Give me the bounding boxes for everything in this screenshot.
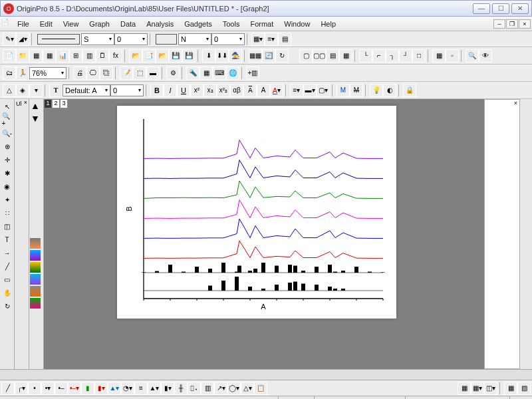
scatter-icon[interactable]: •: [28, 382, 41, 395]
3d-icon[interactable]: ▲▾: [148, 382, 161, 395]
graph-window[interactable]: AB: [117, 106, 396, 319]
axis-bt-icon[interactable]: ┐: [386, 49, 399, 63]
save-icon[interactable]: 💾: [169, 49, 182, 63]
template-plot-icon[interactable]: 📋: [254, 382, 267, 395]
pen-border-icon[interactable]: ✎▾: [3, 33, 16, 46]
import-multi-icon[interactable]: ⬇⬇: [215, 49, 229, 63]
compile-icon[interactable]: ▬: [146, 66, 160, 80]
template-icon[interactable]: 📑: [142, 49, 156, 63]
palette1-icon[interactable]: [29, 237, 41, 249]
superscript-icon[interactable]: x²: [190, 84, 203, 97]
menu-help[interactable]: Help: [315, 19, 341, 29]
axis-bl-icon[interactable]: └: [359, 49, 372, 63]
save-template-icon[interactable]: 💾: [182, 49, 196, 63]
right-panel-close-icon[interactable]: ×: [514, 100, 517, 106]
mask-icon[interactable]: M: [336, 84, 350, 97]
symbol-icon[interactable]: ▢▾: [317, 84, 330, 97]
palette2-icon[interactable]: [29, 249, 41, 261]
pie-icon[interactable]: ◔▾: [121, 382, 134, 395]
zoom-in-icon[interactable]: 🔍: [466, 49, 479, 63]
axis-rl-icon[interactable]: ┘: [399, 49, 412, 63]
line-sym2-icon[interactable]: •–▾: [68, 382, 81, 395]
image-icon[interactable]: ▦: [504, 382, 517, 395]
axis-none-icon[interactable]: □: [412, 49, 426, 63]
cmd-icon[interactable]: ⌨: [213, 66, 226, 80]
area-icon[interactable]: ▲▾: [108, 382, 121, 395]
layer-tab-3[interactable]: 3: [60, 99, 68, 108]
underline-icon[interactable]: U: [177, 84, 190, 97]
reader-icon[interactable]: ✛: [1, 154, 13, 166]
candle-icon[interactable]: ╫: [174, 382, 188, 395]
pe-icon[interactable]: 🗂: [3, 66, 16, 80]
line-icon[interactable]: ╱: [1, 260, 13, 272]
italic-icon[interactable]: I: [164, 84, 177, 97]
rescale-icon[interactable]: ⊕: [1, 140, 13, 152]
mdi-restore[interactable]: ❐: [506, 19, 518, 29]
scrolldown-icon[interactable]: ⯆: [29, 112, 41, 124]
menu-tools[interactable]: Tools: [217, 19, 245, 29]
line-style-combo[interactable]: S▾: [81, 33, 114, 45]
greek-icon[interactable]: αβ: [230, 84, 243, 97]
fontsize-combo[interactable]: 0▾: [110, 84, 144, 96]
decrease-font-icon[interactable]: A: [257, 84, 270, 97]
text-tool-icon[interactable]: T: [49, 84, 63, 97]
surface-icon[interactable]: ▦▾: [471, 382, 484, 395]
new-workbook-icon[interactable]: ▦: [29, 49, 43, 63]
3d-bars-icon[interactable]: ◫▾: [484, 382, 497, 395]
fill-color-icon[interactable]: ▬▾: [303, 84, 317, 97]
mdi-minimize[interactable]: –: [493, 19, 505, 29]
new-layout-icon[interactable]: ▥: [82, 49, 96, 63]
theme-icon[interactable]: ▾: [29, 84, 43, 97]
add-layer-icon[interactable]: ▢▢: [313, 49, 326, 63]
line-style-icon[interactable]: ≡▾: [265, 33, 278, 46]
supersub-icon[interactable]: x²₂: [217, 84, 230, 97]
data-reader-icon[interactable]: ◉: [1, 180, 13, 192]
increase-font-icon[interactable]: A̅: [243, 84, 257, 97]
add-col-icon[interactable]: +▥: [246, 66, 259, 80]
text-icon[interactable]: T: [1, 233, 13, 245]
xfunc-icon[interactable]: ⚙: [166, 66, 180, 80]
mdi-close[interactable]: ×: [519, 19, 531, 29]
merge-icon[interactable]: ▦: [339, 49, 352, 63]
menu-gadgets[interactable]: Gadgets: [179, 19, 217, 29]
digitize-icon[interactable]: 🔦: [186, 66, 200, 80]
line-size-combo[interactable]: 0▾: [114, 33, 148, 45]
subscript-icon[interactable]: x₂: [203, 84, 217, 97]
new-matrix-icon[interactable]: ⊞: [69, 49, 82, 63]
zoomout-tool-icon[interactable]: 🔍-: [1, 127, 13, 139]
polar-icon[interactable]: ◯▾: [227, 382, 241, 395]
new-excel-icon[interactable]: ▦: [43, 49, 56, 63]
zoomin-tool-icon[interactable]: 🔍+: [1, 114, 13, 126]
vector-icon[interactable]: ↗▾: [214, 382, 227, 395]
hv-step-icon[interactable]: ┌▾: [15, 382, 28, 395]
new-layer-icon[interactable]: ▢: [299, 49, 313, 63]
table-icon[interactable]: ▦▾: [251, 33, 265, 46]
new-graph-icon[interactable]: 📊: [56, 49, 69, 63]
menu-view[interactable]: View: [58, 19, 84, 29]
fill-icon[interactable]: ◢▾: [16, 33, 29, 46]
run-icon[interactable]: 🏃: [16, 66, 29, 80]
font-combo[interactable]: Default: A▾: [63, 84, 110, 96]
extract-icon[interactable]: ▤: [326, 49, 339, 63]
script-icon[interactable]: 📝: [120, 66, 133, 80]
horizontal-scroll[interactable]: [0, 369, 532, 380]
zoom-combo[interactable]: 76%▾: [29, 67, 66, 79]
column-icon[interactable]: ▮: [81, 382, 94, 395]
menu-file[interactable]: File: [12, 19, 35, 29]
palette5-icon[interactable]: [29, 285, 41, 297]
rotate-icon[interactable]: ↻: [1, 300, 13, 312]
menu-format[interactable]: Format: [245, 19, 279, 29]
linked-layer-icon[interactable]: ▦: [432, 49, 446, 63]
slide-icon[interactable]: 🖵: [86, 66, 100, 80]
mask-tool-icon[interactable]: ∷: [1, 207, 13, 219]
print-icon[interactable]: 🖨: [73, 66, 86, 80]
import-icon[interactable]: ⬇: [202, 49, 215, 63]
overview-icon[interactable]: 👁: [479, 49, 492, 63]
new-func-icon[interactable]: fx: [109, 49, 122, 63]
line-plot-icon[interactable]: ╱: [1, 382, 15, 395]
contour-icon[interactable]: ▦: [458, 382, 471, 395]
line-sym-icon[interactable]: •–: [55, 382, 68, 395]
menu-window[interactable]: Window: [279, 19, 315, 29]
new-project-icon[interactable]: 📄: [3, 49, 16, 63]
new-notes-icon[interactable]: 🗒: [96, 49, 109, 63]
